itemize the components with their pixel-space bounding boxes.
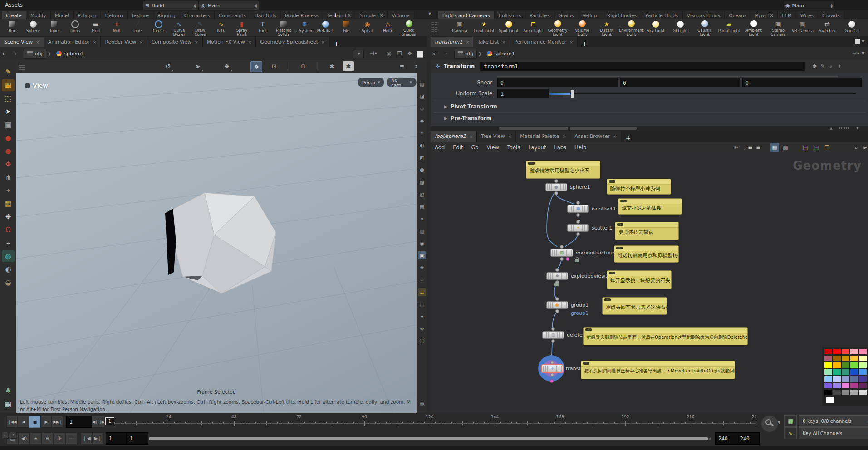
chevron-down-icon[interactable]: ▼ (862, 51, 864, 55)
character-tool-icon[interactable]: ⌖ (2, 185, 15, 196)
add-shelf-tab-button[interactable]: + (329, 10, 342, 19)
shelf-tab-hair-utils[interactable]: Hair Utils (250, 11, 281, 20)
tab-motion-fx-view[interactable]: Motion FX View× (203, 37, 256, 47)
shelf-tool-quick-shapes[interactable]: Quick Shapes (398, 19, 419, 36)
desktop-selector[interactable]: ◉ Main ▲▼ (783, 1, 835, 10)
snap-icon[interactable]: ✱ (327, 61, 338, 71)
camera-lock-icon[interactable]: ▣ (418, 251, 426, 259)
network-view-icon[interactable]: ▦ (770, 143, 779, 152)
path-root-chip[interactable]: obj (24, 49, 46, 59)
shelf-tab-rigid-bodies[interactable]: Rigid Bodies (603, 11, 641, 20)
pot-tool-icon[interactable]: ◒ (2, 277, 15, 289)
node-voronoifracture1[interactable]: ▥ (550, 249, 573, 257)
lock-icon[interactable]: ▣ (2, 119, 15, 131)
node-input-dot[interactable] (555, 297, 559, 301)
dopesheet-icon[interactable]: ⋯ (65, 432, 77, 445)
playbar-collapse-icon[interactable]: ▾ (10, 432, 17, 439)
minimize-note-icon[interactable]: – (585, 328, 592, 331)
menu-assets[interactable]: Assets (0, 0, 34, 10)
node-sphere1[interactable]: ● (545, 183, 567, 191)
network-editor-canvas[interactable]: Geometry ●sphere1▦isooffset1✦scatter1▥vo… (431, 153, 868, 413)
close-icon[interactable]: × (195, 40, 198, 44)
node-output-dot[interactable] (551, 339, 555, 343)
shelf-tab-crowds[interactable]: Crowds (818, 11, 844, 20)
close-icon[interactable]: × (508, 134, 512, 139)
tab-tree-view[interactable]: Tree View× (477, 131, 516, 142)
gamma-icon[interactable]: γ (418, 215, 426, 223)
normals-display-icon[interactable]: ⊥ (418, 288, 426, 296)
palette-swatch[interactable] (824, 362, 832, 368)
next-frame-button[interactable]: ❘▶ (98, 416, 105, 428)
key-all-channels-button[interactable]: Key All Channels⇕ (799, 427, 868, 439)
node-explodedview1[interactable]: ✸ (546, 272, 568, 280)
shelf-tab-texture[interactable]: Texture (128, 11, 153, 20)
shelf-tab-characters[interactable]: Characters (180, 11, 215, 20)
desktop-build-combo[interactable]: ⊞ Build ▲▼ (143, 1, 198, 10)
tick-display-icon[interactable]: ⊪ (54, 432, 65, 445)
shelf-tool-draw-curve[interactable]: ✎Draw Curve (190, 19, 211, 36)
palette-swatch[interactable] (842, 349, 849, 354)
shelf-tool-caustic-light[interactable]: Caustic Light (692, 19, 717, 36)
shadows-icon[interactable]: ◐ (418, 141, 426, 149)
play-reverse-button[interactable]: ◀ (18, 416, 29, 428)
palette-swatch[interactable] (833, 349, 841, 354)
sticky-note[interactable]: –填充小球内的体积 (618, 198, 682, 215)
palette-swatch[interactable] (850, 369, 858, 375)
tab-composite-view[interactable]: Composite View× (147, 37, 203, 47)
timeline-ruler[interactable]: 244872961201441681922162401 (104, 414, 756, 429)
shelf-tab-collisions[interactable]: Collisions (495, 11, 525, 20)
node-input-dot[interactable] (576, 201, 580, 205)
info-display-icon[interactable]: ⓘ (418, 337, 426, 345)
palette-swatch[interactable] (833, 369, 841, 375)
shelf-tool-sphere[interactable]: Sphere (23, 19, 44, 36)
pin-icon[interactable]: ⊣• (852, 50, 860, 57)
net-menu-edit[interactable]: Edit (449, 144, 467, 151)
no-selection-icon[interactable]: ∅ (298, 61, 309, 71)
channel-colors-icon[interactable]: ▦ (784, 415, 797, 427)
palette-swatch[interactable] (824, 369, 832, 375)
minimize-note-icon[interactable]: – (620, 200, 627, 202)
range-end-field[interactable]: 240 (715, 432, 738, 445)
node-isooffset1[interactable]: ▦ (567, 205, 589, 213)
node-input-dot[interactable] (576, 220, 580, 224)
close-icon[interactable]: × (502, 40, 506, 44)
display-options-icon[interactable]: ≡ (397, 61, 407, 71)
rbd-ball-icon[interactable]: ● (2, 132, 15, 144)
range-start-button[interactable]: ❘◀ (81, 432, 93, 445)
back-arrow-icon[interactable]: ← (431, 50, 440, 57)
shelf-tab-modify[interactable]: Modify (26, 11, 51, 20)
minimize-note-icon[interactable]: – (604, 298, 611, 301)
palette-swatch[interactable] (833, 362, 841, 368)
palette-swatch[interactable] (842, 362, 849, 368)
palette-swatch[interactable] (859, 362, 867, 368)
shelf-tab-model[interactable]: Model (51, 11, 74, 20)
palette-swatch[interactable] (859, 349, 867, 354)
sticky-note[interactable]: –把组导入到删除节点里面，然后在Operation这里把删除改为反向删除Dele… (583, 327, 748, 345)
shelf-tool-portal-light[interactable]: ▰Portal Light (717, 19, 741, 36)
forward-arrow-icon[interactable]: → (10, 50, 19, 57)
shelf-handle[interactable] (435, 19, 437, 34)
close-icon[interactable]: × (36, 40, 39, 44)
tab-take-list[interactable]: Take List× (473, 37, 510, 47)
globe-tool-icon[interactable]: ◐ (2, 264, 15, 275)
palette-swatch[interactable] (850, 356, 858, 361)
sticky-note[interactable]: –随便拉个模型小球为例 (607, 179, 671, 195)
shelf-dropdown-icon[interactable]: ▼ (428, 12, 431, 16)
close-icon[interactable]: × (466, 40, 469, 44)
shelf-tool-l-system[interactable]: ❋L-System (294, 19, 315, 36)
shelf-tool-circle[interactable]: Circle (148, 19, 169, 36)
node-input-dot[interactable] (554, 179, 558, 183)
shelf-tool-volume-light[interactable]: Volume Light (570, 19, 594, 36)
shear-y-field[interactable]: 0 (620, 78, 740, 87)
close-icon[interactable]: × (139, 40, 143, 44)
spinner-icon[interactable]: ▲▼ (194, 3, 196, 8)
palette-swatch[interactable] (824, 383, 832, 388)
shelf-tab-guide-process[interactable]: Guide Process (281, 11, 323, 20)
minimize-note-icon[interactable]: – (583, 362, 589, 365)
shelf-tab-vellum[interactable]: Vellum (578, 11, 603, 20)
search-icon[interactable]: ⌕ (852, 143, 861, 152)
shelf-tab-particles[interactable]: Particles (525, 11, 554, 20)
current-frame-field[interactable]: 1 (66, 416, 93, 428)
shear-x-field[interactable]: 0 (497, 78, 618, 87)
magnet-tool-icon[interactable]: Ω (2, 224, 15, 236)
